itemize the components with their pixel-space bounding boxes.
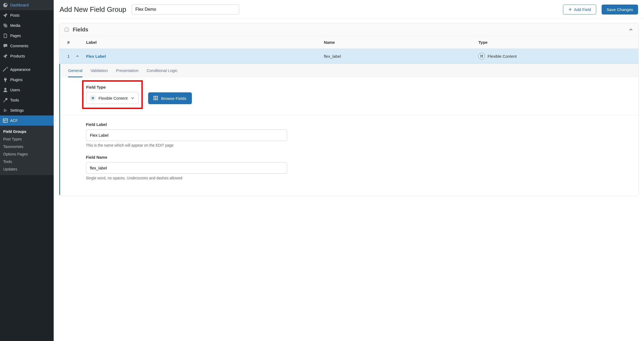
sidebar-item-plugins[interactable]: Plugins: [0, 75, 54, 85]
tools-icon: [3, 97, 8, 103]
submenu-item-options-pages[interactable]: Options Pages: [0, 150, 54, 158]
comments-icon: [3, 43, 8, 49]
submenu-item-tools[interactable]: Tools: [0, 158, 54, 165]
sidebar-label: Appearance: [10, 67, 31, 72]
sidebar-item-comments[interactable]: Comments: [0, 41, 54, 51]
field-group-title-input[interactable]: [132, 4, 239, 14]
admin-sidebar: Dashboard Posts Media Pages Comments Pro…: [0, 0, 54, 341]
row-type: Flexible Content: [478, 53, 633, 59]
sidebar-item-settings[interactable]: Settings: [0, 105, 54, 115]
row-type-text: Flexible Content: [488, 54, 517, 59]
media-icon: [3, 23, 8, 28]
tab-presentation[interactable]: Presentation: [116, 64, 138, 77]
users-icon: [3, 87, 8, 93]
browse-fields-button[interactable]: Browse Fields: [148, 92, 192, 104]
field-row[interactable]: 1 Flex Label flex_label Flexible Content: [59, 49, 638, 64]
sidebar-item-media[interactable]: Media: [0, 20, 54, 31]
sidebar-label: Posts: [10, 13, 20, 17]
field-type-label: Field Type: [86, 85, 139, 89]
sidebar-label: Plugins: [10, 78, 23, 82]
save-changes-button[interactable]: Save Changes: [602, 5, 638, 14]
sidebar-item-dashboard[interactable]: Dashboard: [0, 0, 54, 10]
field-type-select[interactable]: Flexible Content: [86, 92, 139, 104]
sidebar-label: ACF: [10, 118, 18, 123]
pin-icon: [3, 53, 8, 59]
sidebar-item-users[interactable]: Users: [0, 85, 54, 95]
col-header-name: Name: [324, 40, 478, 45]
row-label[interactable]: Flex Label: [86, 54, 324, 59]
field-type-value: Flexible Content: [98, 96, 127, 100]
header-bar: Add New Field Group Add Field Save Chang…: [54, 0, 644, 19]
pages-icon: [3, 33, 8, 38]
submenu-item-field-groups[interactable]: Field Groups: [0, 128, 54, 135]
sidebar-item-products[interactable]: Products: [0, 51, 54, 61]
svg-rect-8: [93, 97, 94, 98]
submenu-item-post-types[interactable]: Post Types: [0, 135, 54, 143]
field-name-help: Single word, no spaces. Underscores and …: [86, 176, 613, 180]
svg-rect-3: [480, 55, 481, 56]
browse-fields-label: Browse Fields: [161, 96, 186, 101]
plus-icon: [568, 7, 572, 12]
chevron-up-icon[interactable]: [628, 27, 634, 32]
dashboard-icon: [3, 2, 8, 8]
highlight-annotation: Field Type Flexible Content: [82, 80, 143, 109]
tab-general[interactable]: General: [68, 64, 82, 77]
sidebar-label: Media: [10, 23, 20, 28]
col-header-num: #: [65, 40, 86, 45]
field-label-label: Field Label: [86, 122, 613, 127]
plugins-icon: [3, 77, 8, 82]
field-name-label: Field Name: [86, 155, 613, 159]
fields-panel: Fields # Label Name Type 1 Flex Label fl…: [59, 23, 639, 196]
add-field-label: Add Field: [574, 7, 591, 12]
flexible-content-icon: [90, 95, 96, 101]
sidebar-item-posts[interactable]: Posts: [0, 10, 54, 20]
svg-rect-10: [93, 98, 94, 99]
sidebar-label: Tools: [10, 98, 19, 102]
svg-rect-0: [3, 119, 8, 122]
row-name: flex_label: [324, 54, 478, 59]
sidebar-label: Users: [10, 88, 20, 92]
svg-rect-5: [480, 56, 481, 57]
add-field-button[interactable]: Add Field: [563, 5, 596, 14]
flexible-content-icon: [478, 53, 485, 59]
appearance-icon: [3, 67, 8, 72]
sidebar-label: Pages: [10, 34, 21, 38]
tab-conditional-logic[interactable]: Conditional Logic: [147, 64, 177, 77]
sidebar-label: Comments: [10, 44, 28, 48]
fields-panel-title: Fields: [73, 27, 88, 33]
sidebar-item-pages[interactable]: Pages: [0, 31, 54, 41]
field-tabs: General Validation Presentation Conditio…: [60, 64, 638, 77]
settings-icon: [3, 108, 8, 113]
sidebar-label: Products: [10, 54, 25, 58]
svg-rect-9: [92, 98, 93, 99]
svg-rect-4: [482, 55, 483, 56]
sidebar-item-acf[interactable]: ACF: [0, 115, 54, 126]
submenu-item-updates[interactable]: Updates: [0, 165, 54, 173]
field-name-input[interactable]: [86, 162, 287, 174]
svg-rect-7: [92, 97, 93, 98]
sidebar-item-appearance[interactable]: Appearance: [0, 64, 54, 75]
sidebar-label: Settings: [10, 108, 24, 113]
col-header-type: Type: [478, 40, 633, 45]
chevron-up-icon[interactable]: [75, 54, 79, 58]
grid-icon: [153, 96, 158, 101]
divider: [60, 115, 638, 115]
tab-validation[interactable]: Validation: [90, 64, 108, 77]
save-label: Save Changes: [607, 7, 633, 12]
sidebar-label: Dashboard: [10, 3, 29, 7]
main: Add New Field Group Add Field Save Chang…: [54, 0, 644, 341]
fields-panel-header[interactable]: Fields: [59, 23, 638, 36]
sidebar-separator: [0, 61, 54, 64]
col-header-label: Label: [86, 40, 324, 45]
row-num: 1: [65, 54, 86, 59]
svg-rect-6: [482, 56, 483, 57]
submenu-item-taxonomies[interactable]: Taxonomies: [0, 143, 54, 150]
pin-icon: [3, 13, 8, 18]
field-editor: General Validation Presentation Conditio…: [59, 64, 638, 196]
row-index: 1: [67, 54, 69, 59]
sidebar-item-tools[interactable]: Tools: [0, 95, 54, 105]
page-title: Add New Field Group: [60, 5, 126, 14]
acf-icon: [3, 118, 8, 123]
sidebar-submenu: Field Groups Post Types Taxonomies Optio…: [0, 126, 54, 175]
field-label-input[interactable]: [86, 129, 287, 141]
